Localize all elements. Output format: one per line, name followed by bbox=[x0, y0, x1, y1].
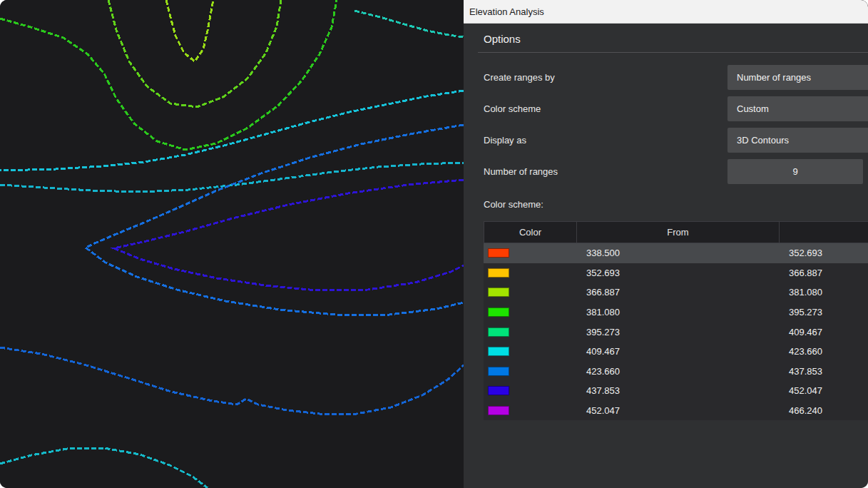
color-swatch bbox=[488, 268, 509, 278]
table-body: 338.500 352.693 352.693 366.887 366.887 … bbox=[484, 243, 868, 420]
number-of-ranges-value: 9 bbox=[792, 166, 797, 177]
options-separator bbox=[478, 52, 868, 53]
contour-line-mid-valley bbox=[108, 0, 281, 107]
color-swatch bbox=[488, 327, 509, 337]
range-to: 352.693 bbox=[779, 243, 868, 263]
range-from: 395.273 bbox=[576, 322, 779, 342]
field-display-as: Display as 3D Contours bbox=[484, 128, 868, 153]
range-to: 409.467 bbox=[779, 322, 868, 342]
range-to: 381.080 bbox=[779, 283, 868, 303]
create-ranges-by-dropdown[interactable]: Number of ranges bbox=[727, 65, 868, 90]
color-scheme-table-label: Color scheme: bbox=[484, 199, 868, 210]
table-header-color[interactable]: Color bbox=[484, 222, 577, 243]
field-color-scheme: Color scheme Custom bbox=[484, 96, 868, 121]
create-ranges-by-label: Create ranges by bbox=[484, 72, 555, 83]
color-scheme-value: Custom bbox=[737, 103, 769, 114]
range-from: 381.080 bbox=[576, 303, 779, 322]
options-fields: Create ranges by Number of ranges Color … bbox=[484, 65, 868, 184]
color-swatch bbox=[488, 386, 509, 395]
field-create-ranges-by: Create ranges by Number of ranges bbox=[484, 65, 868, 90]
range-from: 366.887 bbox=[576, 283, 779, 303]
table-row[interactable]: 409.467 423.660 bbox=[484, 342, 868, 362]
table-row[interactable]: 381.080 395.273 bbox=[484, 303, 868, 322]
color-swatch bbox=[488, 248, 509, 258]
range-to: 452.047 bbox=[779, 381, 868, 401]
display-as-dropdown[interactable]: 3D Contours bbox=[727, 128, 868, 153]
table-header-row: Color From bbox=[484, 221, 868, 243]
table-header-from[interactable]: From bbox=[577, 222, 780, 243]
contour-line-indigo-loop bbox=[114, 180, 464, 290]
table-row[interactable]: 423.660 437.853 bbox=[484, 362, 868, 382]
number-of-ranges-input[interactable]: 9 bbox=[727, 159, 863, 184]
table-row[interactable]: 437.853 452.047 bbox=[484, 381, 868, 401]
table-row[interactable]: 452.047 466.240 bbox=[484, 401, 868, 421]
range-from: 409.467 bbox=[576, 342, 779, 362]
create-ranges-by-value: Number of ranges bbox=[737, 72, 811, 83]
range-from: 352.693 bbox=[576, 263, 779, 283]
contour-map-viewport[interactable] bbox=[0, 0, 464, 488]
contour-line-bottom-cyan bbox=[0, 448, 208, 488]
range-to: 423.660 bbox=[779, 342, 868, 362]
contour-line-top-right-teal bbox=[354, 11, 464, 37]
color-scheme-table: Color From 338.500 352.693 352.693 366.8… bbox=[484, 221, 868, 420]
options-section-header: Options bbox=[484, 24, 868, 52]
app-window: Elevation Analysis Options Create ranges… bbox=[0, 0, 868, 488]
range-to: 395.273 bbox=[779, 303, 868, 322]
table-row[interactable]: 338.500 352.693 bbox=[484, 243, 868, 263]
panel-body: Options Create ranges by Number of range… bbox=[464, 24, 868, 488]
color-scheme-label: Color scheme bbox=[484, 103, 541, 114]
contour-line-mid-teal bbox=[0, 163, 464, 192]
display-as-value: 3D Contours bbox=[737, 135, 789, 146]
range-from: 452.047 bbox=[576, 401, 779, 421]
color-swatch bbox=[488, 406, 509, 415]
field-number-of-ranges: Number of ranges 9 bbox=[484, 159, 868, 184]
range-from: 423.660 bbox=[576, 362, 779, 382]
range-from: 338.500 bbox=[576, 243, 779, 263]
color-scheme-dropdown[interactable]: Custom bbox=[727, 96, 868, 121]
range-to: 466.240 bbox=[779, 401, 868, 421]
contour-lines-layer bbox=[0, 0, 464, 488]
table-row[interactable]: 352.693 366.887 bbox=[484, 263, 868, 283]
range-to: 437.853 bbox=[779, 362, 868, 382]
panel-title: Elevation Analysis bbox=[469, 6, 544, 17]
range-from: 437.853 bbox=[576, 381, 779, 401]
contour-line-inner-valley bbox=[166, 0, 213, 61]
table-row[interactable]: 395.273 409.467 bbox=[484, 322, 868, 342]
range-to: 366.887 bbox=[779, 263, 868, 283]
color-swatch bbox=[488, 288, 509, 297]
contour-line-bottom-blue bbox=[0, 347, 464, 414]
display-as-label: Display as bbox=[484, 135, 526, 146]
contour-line-upper-cyan bbox=[0, 91, 464, 171]
table-header-to[interactable] bbox=[780, 222, 868, 243]
panel-titlebar[interactable]: Elevation Analysis bbox=[464, 0, 868, 24]
number-of-ranges-label: Number of ranges bbox=[484, 166, 558, 177]
color-swatch bbox=[488, 307, 509, 317]
table-row[interactable]: 366.887 381.080 bbox=[484, 283, 868, 303]
color-swatch bbox=[488, 347, 509, 356]
elevation-analysis-panel: Elevation Analysis Options Create ranges… bbox=[464, 0, 868, 488]
color-swatch bbox=[488, 367, 509, 376]
